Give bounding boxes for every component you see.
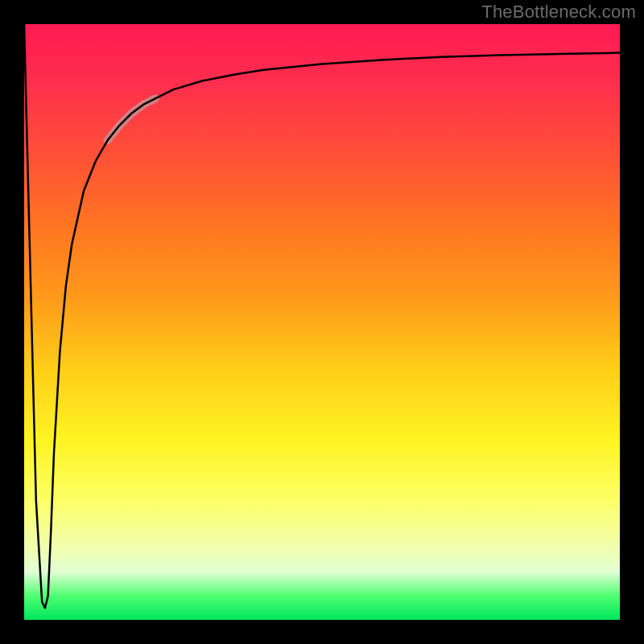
series-highlight-segment [108,99,155,141]
watermark-text: TheBottleneck.com [481,2,636,23]
chart-container: TheBottleneck.com [0,0,644,644]
series-bottleneck-curve [24,24,620,608]
chart-curve-layer [24,24,620,620]
